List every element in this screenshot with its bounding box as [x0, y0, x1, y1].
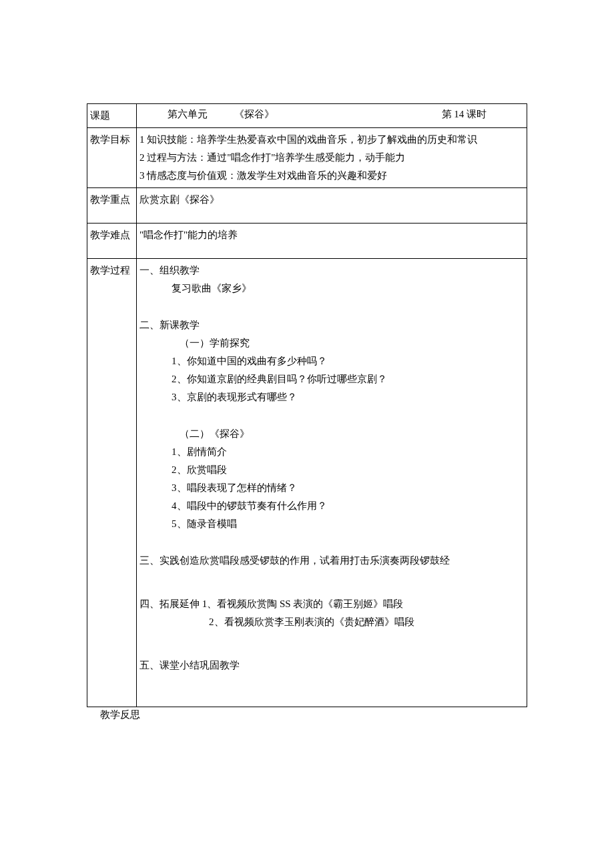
objective-1: 1 知识技能：培养学生热爱喜欢中国的戏曲音乐，初步了解戏曲的历史和常识	[139, 131, 524, 149]
process-content: 一、组织教学 复习歌曲《家乡》 二、新课教学 （一）学前探究 1、你知道中国的戏…	[137, 259, 527, 707]
objectives-label: 教学目标	[87, 128, 137, 188]
section-2b-item-3: 3、唱段表现了怎样的情绪？	[139, 479, 524, 497]
section-2a-item-2: 2、你知道京剧的经典剧目吗？你听过哪些京剧？	[139, 370, 524, 388]
title-label: 课题	[87, 104, 137, 128]
section-1-title: 一、组织教学	[139, 262, 524, 280]
process-label: 教学过程	[87, 259, 137, 707]
lesson-plan-table: 课题 第六单元 《探谷》 第 14 课时 教学目标 1 知识技能：培养学生热爱喜…	[87, 103, 527, 707]
section-2b-item-2: 2、欣赏唱段	[139, 461, 524, 479]
section-4-line-b: 2、看视频欣赏李玉刚表演的《贵妃醉酒》唱段	[139, 613, 524, 631]
section-4-line-a: 四、拓展延伸 1、看视频欣赏陶 SS 表演的《霸王别姬》唱段	[139, 595, 524, 613]
objective-3: 3 情感态度与价值观：激发学生对戏曲音乐的兴趣和爱好	[139, 167, 524, 185]
key-point-row: 教学重点 欣赏京剧《探谷》	[87, 188, 527, 224]
title-row: 课题 第六单元 《探谷》 第 14 课时	[87, 104, 527, 128]
objectives-row: 教学目标 1 知识技能：培养学生热爱喜欢中国的戏曲音乐，初步了解戏曲的历史和常识…	[87, 128, 527, 188]
section-5-title: 五、课堂小结巩固教学	[139, 657, 524, 675]
piece-title: 《探谷》	[234, 109, 274, 119]
key-point-content: 欣赏京剧《探谷》	[137, 188, 527, 224]
key-point-label: 教学重点	[87, 188, 137, 224]
section-2b-item-1: 1、剧情简介	[139, 443, 524, 461]
lesson-plan-page: 课题 第六单元 《探谷》 第 14 课时 教学目标 1 知识技能：培养学生热爱喜…	[0, 0, 614, 761]
process-row: 教学过程 一、组织教学 复习歌曲《家乡》 二、新课教学 （一）学前探究 1、你知…	[87, 259, 527, 707]
title-content: 第六单元 《探谷》 第 14 课时	[137, 104, 527, 128]
section-1-line-1: 复习歌曲《家乡》	[139, 280, 524, 298]
section-2b-title: （二）《探谷》	[139, 425, 524, 443]
section-3-title: 三、实践创造欣赏唱段感受锣鼓的作用，试着用打击乐演奏两段锣鼓经	[139, 552, 524, 570]
teaching-reflection-label: 教学反思	[87, 707, 527, 721]
section-2-title: 二、新课教学	[139, 316, 524, 334]
section-2b-item-5: 5、随录音模唱	[139, 515, 524, 533]
period-text: 第 14 课时	[442, 105, 487, 123]
section-2a-item-1: 1、你知道中国的戏曲有多少种吗？	[139, 352, 524, 370]
objectives-content: 1 知识技能：培养学生热爱喜欢中国的戏曲音乐，初步了解戏曲的历史和常识 2 过程…	[137, 128, 527, 188]
difficulty-label: 教学难点	[87, 224, 137, 259]
difficulty-content: "唱念作打"能力的培养	[137, 224, 527, 259]
unit-text: 第六单元	[168, 105, 208, 123]
difficulty-row: 教学难点 "唱念作打"能力的培养	[87, 224, 527, 259]
section-2a-title: （一）学前探究	[139, 334, 524, 352]
objective-2: 2 过程与方法：通过"唱念作打"培养学生感受能力，动手能力	[139, 149, 524, 167]
section-2a-item-3: 3、京剧的表现形式有哪些？	[139, 388, 524, 406]
section-2b-item-4: 4、唱段中的锣鼓节奏有什么作用？	[139, 497, 524, 515]
